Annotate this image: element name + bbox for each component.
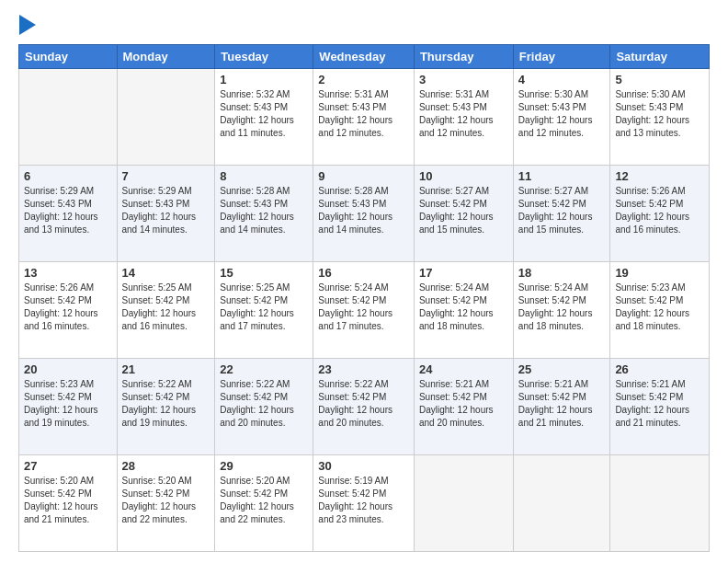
day-number: 20 <box>24 362 112 376</box>
day-info: Sunrise: 5:26 AM Sunset: 5:42 PM Dayligh… <box>615 185 704 236</box>
logo <box>18 15 36 35</box>
day-info: Sunrise: 5:27 AM Sunset: 5:42 PM Dayligh… <box>419 185 508 236</box>
day-info: Sunrise: 5:26 AM Sunset: 5:42 PM Dayligh… <box>24 282 112 333</box>
day-info: Sunrise: 5:31 AM Sunset: 5:43 PM Dayligh… <box>419 88 508 140</box>
calendar-week-row: 27Sunrise: 5:20 AM Sunset: 5:42 PM Dayli… <box>19 455 710 552</box>
day-info: Sunrise: 5:24 AM Sunset: 5:42 PM Dayligh… <box>419 282 508 333</box>
day-info: Sunrise: 5:28 AM Sunset: 5:43 PM Dayligh… <box>220 185 308 236</box>
weekday-header-friday: Friday <box>513 45 610 69</box>
calendar-cell: 27Sunrise: 5:20 AM Sunset: 5:42 PM Dayli… <box>19 455 118 552</box>
day-number: 18 <box>518 266 606 280</box>
calendar-cell: 15Sunrise: 5:25 AM Sunset: 5:42 PM Dayli… <box>215 262 313 359</box>
calendar-cell: 20Sunrise: 5:23 AM Sunset: 5:42 PM Dayli… <box>19 359 118 455</box>
day-number: 29 <box>220 459 308 473</box>
day-info: Sunrise: 5:21 AM Sunset: 5:42 PM Dayligh… <box>615 378 704 430</box>
calendar-cell: 12Sunrise: 5:26 AM Sunset: 5:42 PM Dayli… <box>610 166 710 262</box>
day-info: Sunrise: 5:23 AM Sunset: 5:42 PM Dayligh… <box>615 282 704 333</box>
weekday-header-monday: Monday <box>117 45 215 69</box>
calendar-cell <box>117 69 215 166</box>
calendar-cell: 14Sunrise: 5:25 AM Sunset: 5:42 PM Dayli… <box>117 262 215 359</box>
day-info: Sunrise: 5:30 AM Sunset: 5:43 PM Dayligh… <box>615 88 704 140</box>
calendar-cell <box>513 455 610 552</box>
day-info: Sunrise: 5:19 AM Sunset: 5:42 PM Dayligh… <box>318 475 409 526</box>
day-number: 25 <box>518 362 606 376</box>
day-info: Sunrise: 5:22 AM Sunset: 5:42 PM Dayligh… <box>318 378 409 430</box>
day-number: 23 <box>318 362 409 376</box>
day-number: 17 <box>419 266 508 280</box>
day-number: 30 <box>318 459 409 473</box>
day-number: 8 <box>220 169 308 183</box>
calendar-cell: 24Sunrise: 5:21 AM Sunset: 5:42 PM Dayli… <box>414 359 513 455</box>
calendar-cell <box>610 455 710 552</box>
calendar-week-row: 6Sunrise: 5:29 AM Sunset: 5:43 PM Daylig… <box>19 166 710 262</box>
day-number: 6 <box>24 169 112 183</box>
day-number: 3 <box>419 73 508 86</box>
calendar-cell: 18Sunrise: 5:24 AM Sunset: 5:42 PM Dayli… <box>513 262 610 359</box>
day-info: Sunrise: 5:22 AM Sunset: 5:42 PM Dayligh… <box>122 378 210 430</box>
page: SundayMondayTuesdayWednesdayThursdayFrid… <box>0 0 728 563</box>
calendar-cell: 9Sunrise: 5:28 AM Sunset: 5:43 PM Daylig… <box>313 166 415 262</box>
calendar-cell: 10Sunrise: 5:27 AM Sunset: 5:42 PM Dayli… <box>414 166 513 262</box>
calendar-cell: 16Sunrise: 5:24 AM Sunset: 5:42 PM Dayli… <box>313 262 415 359</box>
day-info: Sunrise: 5:25 AM Sunset: 5:42 PM Dayligh… <box>122 282 210 333</box>
day-number: 27 <box>24 459 112 473</box>
day-info: Sunrise: 5:20 AM Sunset: 5:42 PM Dayligh… <box>24 475 112 526</box>
day-number: 12 <box>615 169 704 183</box>
calendar-cell: 1Sunrise: 5:32 AM Sunset: 5:43 PM Daylig… <box>215 69 313 166</box>
calendar-cell: 21Sunrise: 5:22 AM Sunset: 5:42 PM Dayli… <box>117 359 215 455</box>
day-number: 4 <box>518 73 606 86</box>
calendar-cell: 19Sunrise: 5:23 AM Sunset: 5:42 PM Dayli… <box>610 262 710 359</box>
day-number: 15 <box>220 266 308 280</box>
day-info: Sunrise: 5:23 AM Sunset: 5:42 PM Dayligh… <box>24 378 112 430</box>
day-info: Sunrise: 5:22 AM Sunset: 5:42 PM Dayligh… <box>220 378 308 430</box>
day-number: 22 <box>220 362 308 376</box>
calendar-cell: 5Sunrise: 5:30 AM Sunset: 5:43 PM Daylig… <box>610 69 710 166</box>
day-info: Sunrise: 5:30 AM Sunset: 5:43 PM Dayligh… <box>518 88 606 140</box>
logo-icon <box>19 15 36 35</box>
day-info: Sunrise: 5:31 AM Sunset: 5:43 PM Dayligh… <box>318 88 409 140</box>
calendar-cell: 26Sunrise: 5:21 AM Sunset: 5:42 PM Dayli… <box>610 359 710 455</box>
calendar-cell: 3Sunrise: 5:31 AM Sunset: 5:43 PM Daylig… <box>414 69 513 166</box>
calendar-cell: 25Sunrise: 5:21 AM Sunset: 5:42 PM Dayli… <box>513 359 610 455</box>
calendar-cell: 11Sunrise: 5:27 AM Sunset: 5:42 PM Dayli… <box>513 166 610 262</box>
day-number: 9 <box>318 169 409 183</box>
day-info: Sunrise: 5:24 AM Sunset: 5:42 PM Dayligh… <box>518 282 606 333</box>
day-info: Sunrise: 5:24 AM Sunset: 5:42 PM Dayligh… <box>318 282 409 333</box>
weekday-header-thursday: Thursday <box>414 45 513 69</box>
calendar-cell: 8Sunrise: 5:28 AM Sunset: 5:43 PM Daylig… <box>215 166 313 262</box>
day-number: 2 <box>318 73 409 86</box>
calendar-cell: 17Sunrise: 5:24 AM Sunset: 5:42 PM Dayli… <box>414 262 513 359</box>
day-number: 24 <box>419 362 508 376</box>
calendar-table: SundayMondayTuesdayWednesdayThursdayFrid… <box>18 44 710 552</box>
calendar-cell: 29Sunrise: 5:20 AM Sunset: 5:42 PM Dayli… <box>215 455 313 552</box>
day-info: Sunrise: 5:21 AM Sunset: 5:42 PM Dayligh… <box>518 378 606 430</box>
day-number: 7 <box>122 169 210 183</box>
day-number: 19 <box>615 266 704 280</box>
day-info: Sunrise: 5:29 AM Sunset: 5:43 PM Dayligh… <box>122 185 210 236</box>
day-info: Sunrise: 5:21 AM Sunset: 5:42 PM Dayligh… <box>419 378 508 430</box>
day-number: 21 <box>122 362 210 376</box>
weekday-header-row: SundayMondayTuesdayWednesdayThursdayFrid… <box>19 45 710 69</box>
calendar-cell: 30Sunrise: 5:19 AM Sunset: 5:42 PM Dayli… <box>313 455 415 552</box>
day-info: Sunrise: 5:20 AM Sunset: 5:42 PM Dayligh… <box>122 475 210 526</box>
weekday-header-wednesday: Wednesday <box>313 45 415 69</box>
day-number: 26 <box>615 362 704 376</box>
header <box>18 15 710 35</box>
calendar-cell <box>414 455 513 552</box>
calendar-cell: 2Sunrise: 5:31 AM Sunset: 5:43 PM Daylig… <box>313 69 415 166</box>
day-number: 1 <box>220 73 308 86</box>
calendar-cell: 4Sunrise: 5:30 AM Sunset: 5:43 PM Daylig… <box>513 69 610 166</box>
calendar-cell: 6Sunrise: 5:29 AM Sunset: 5:43 PM Daylig… <box>19 166 118 262</box>
day-info: Sunrise: 5:29 AM Sunset: 5:43 PM Dayligh… <box>24 185 112 236</box>
calendar-week-row: 1Sunrise: 5:32 AM Sunset: 5:43 PM Daylig… <box>19 69 710 166</box>
weekday-header-saturday: Saturday <box>610 45 710 69</box>
weekday-header-sunday: Sunday <box>19 45 118 69</box>
day-info: Sunrise: 5:25 AM Sunset: 5:42 PM Dayligh… <box>220 282 308 333</box>
calendar-week-row: 13Sunrise: 5:26 AM Sunset: 5:42 PM Dayli… <box>19 262 710 359</box>
day-number: 11 <box>518 169 606 183</box>
calendar-cell: 28Sunrise: 5:20 AM Sunset: 5:42 PM Dayli… <box>117 455 215 552</box>
day-info: Sunrise: 5:32 AM Sunset: 5:43 PM Dayligh… <box>220 88 308 140</box>
day-number: 10 <box>419 169 508 183</box>
weekday-header-tuesday: Tuesday <box>215 45 313 69</box>
day-number: 5 <box>615 73 704 86</box>
